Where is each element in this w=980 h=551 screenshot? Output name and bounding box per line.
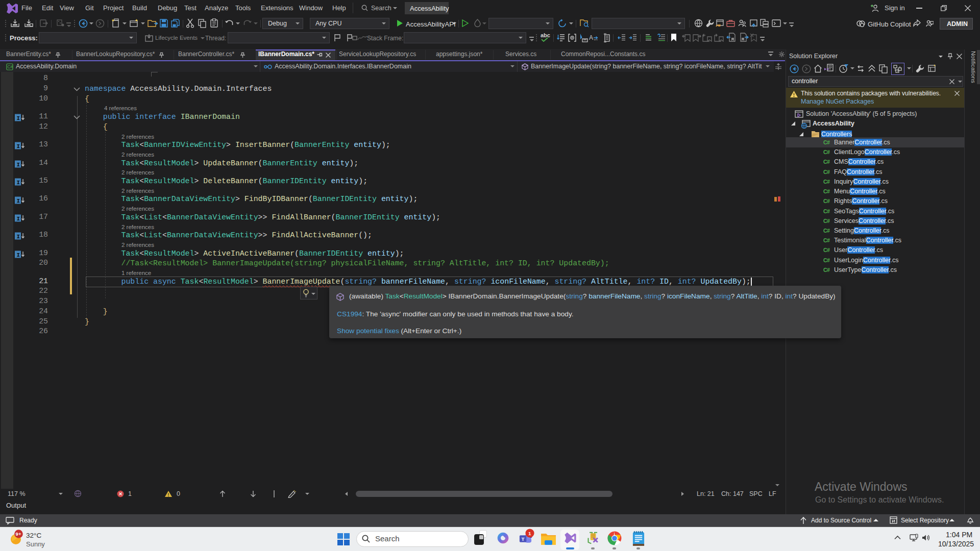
svg-text:I: I bbox=[17, 197, 20, 204]
svg-text:1: 1 bbox=[528, 531, 531, 536]
svg-text:I: I bbox=[17, 180, 20, 186]
svg-text:C#: C# bbox=[7, 64, 13, 69]
svg-text:I: I bbox=[17, 115, 20, 121]
svg-text:9+: 9+ bbox=[16, 531, 21, 537]
svg-text:T: T bbox=[521, 536, 524, 542]
svg-text:I: I bbox=[17, 161, 20, 167]
svg-text:I: I bbox=[17, 234, 20, 240]
svg-text:I: I bbox=[17, 143, 20, 149]
svg-text:I: I bbox=[17, 252, 20, 258]
svg-text:A: A bbox=[589, 34, 593, 41]
svg-text:I: I bbox=[17, 216, 20, 222]
